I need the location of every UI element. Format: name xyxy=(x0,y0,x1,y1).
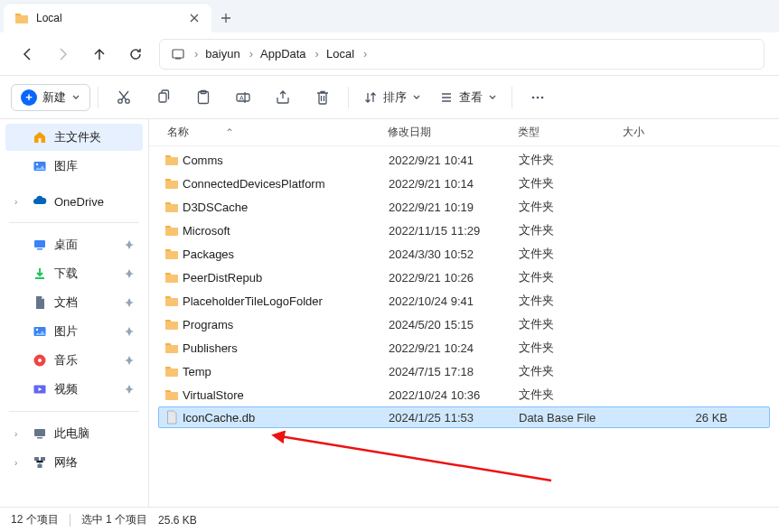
column-headers[interactable]: 名称⌃ 修改日期 类型 大小 xyxy=(149,119,779,146)
file-row[interactable]: Publishers2022/9/21 10:24文件夹 xyxy=(158,336,770,359)
file-name: PeerDistRepub xyxy=(183,271,389,285)
sidebar-item-network[interactable]: › 网络 xyxy=(5,449,143,476)
sidebar-item-desktop[interactable]: 桌面 xyxy=(5,231,143,258)
divider xyxy=(9,222,139,223)
folder-icon xyxy=(164,176,183,191)
col-size[interactable]: 大小 xyxy=(623,125,765,140)
file-row[interactable]: Microsoft2022/11/15 11:29文件夹 xyxy=(158,219,770,242)
breadcrumb-root[interactable]: › xyxy=(167,45,202,63)
chevron-down-icon xyxy=(71,93,80,102)
svg-rect-17 xyxy=(35,277,44,279)
sidebar-label: 图库 xyxy=(54,158,78,174)
pc-icon xyxy=(33,426,47,441)
svg-rect-27 xyxy=(38,464,42,468)
desktop-icon xyxy=(33,238,47,252)
sidebar-item-videos[interactable]: 视频 xyxy=(5,376,143,403)
window-tab[interactable]: Local xyxy=(4,4,211,33)
nav-bar: › baiyun› AppData› Local› xyxy=(0,33,779,76)
col-type[interactable]: 类型 xyxy=(518,125,623,140)
folder-icon xyxy=(164,387,183,402)
sidebar-item-gallery[interactable]: 图库 xyxy=(5,153,143,180)
folder-icon xyxy=(164,223,183,238)
share-button[interactable] xyxy=(265,81,301,114)
pin-icon xyxy=(125,269,134,278)
expand-icon[interactable]: › xyxy=(14,458,25,468)
expand-icon[interactable]: › xyxy=(14,429,25,439)
more-button[interactable] xyxy=(520,81,556,114)
file-row[interactable]: ConnectedDevicesPlatform2022/9/21 10:14文… xyxy=(158,172,770,195)
divider xyxy=(70,514,70,527)
download-icon xyxy=(33,266,47,281)
divider xyxy=(9,411,139,412)
sidebar-item-home[interactable]: 主文件夹 xyxy=(5,124,143,151)
sidebar-item-pictures[interactable]: 图片 xyxy=(5,318,143,345)
file-date: 2024/7/15 17:18 xyxy=(389,365,519,378)
file-icon xyxy=(164,410,183,425)
file-row[interactable]: D3DSCache2022/9/21 10:19文件夹 xyxy=(158,195,770,219)
sidebar-item-thispc[interactable]: › 此电脑 xyxy=(5,420,143,447)
file-name: Packages xyxy=(183,247,389,261)
sidebar-item-music[interactable]: 音乐 xyxy=(5,347,143,374)
picture-icon xyxy=(33,324,47,339)
rename-button[interactable]: A xyxy=(225,81,261,114)
divider xyxy=(512,87,512,108)
col-date[interactable]: 修改日期 xyxy=(388,125,518,140)
folder-icon xyxy=(164,200,183,214)
sidebar-label: 视频 xyxy=(54,381,78,397)
back-button[interactable] xyxy=(14,42,40,67)
new-button[interactable]: + 新建 xyxy=(11,84,90,111)
svg-rect-16 xyxy=(37,248,42,250)
copy-button[interactable] xyxy=(145,81,182,114)
svg-point-14 xyxy=(36,163,38,165)
sidebar-label: 此电脑 xyxy=(54,425,89,442)
breadcrumb-item-2[interactable]: Local› xyxy=(323,45,371,62)
divider xyxy=(348,87,349,108)
status-count: 12 个项目 xyxy=(11,512,59,527)
file-row[interactable]: Packages2024/3/30 10:52文件夹 xyxy=(158,242,770,266)
new-tab-button[interactable] xyxy=(211,4,240,33)
folder-icon xyxy=(14,11,29,25)
breadcrumb-item-1[interactable]: AppData› xyxy=(257,45,323,62)
breadcrumb[interactable]: › baiyun› AppData› Local› xyxy=(159,39,765,70)
file-name: PlaceholderTileLogoFolder xyxy=(183,294,389,308)
expand-icon[interactable]: › xyxy=(14,197,25,207)
file-type: 文件夹 xyxy=(519,293,624,309)
music-icon xyxy=(33,353,47,368)
view-button[interactable]: 查看 xyxy=(432,85,504,110)
title-bar: Local xyxy=(0,0,779,33)
pin-icon xyxy=(125,327,134,336)
file-row[interactable]: Programs2024/5/20 15:15文件夹 xyxy=(158,313,770,336)
file-name: ConnectedDevicesPlatform xyxy=(183,177,389,191)
cut-button[interactable] xyxy=(106,81,142,114)
col-name[interactable]: 名称 xyxy=(167,125,189,140)
chevron-right-icon: › xyxy=(315,47,319,61)
sort-button[interactable]: 排序 xyxy=(356,85,428,110)
file-type: 文件夹 xyxy=(519,175,624,191)
file-row[interactable]: Comms2022/9/21 10:41文件夹 xyxy=(158,148,770,172)
sidebar-item-documents[interactable]: 文档 xyxy=(5,289,143,316)
file-type: 文件夹 xyxy=(519,387,624,403)
delete-button[interactable] xyxy=(305,81,341,114)
file-row[interactable]: PeerDistRepub2022/9/21 10:26文件夹 xyxy=(158,266,770,289)
svg-rect-12 xyxy=(39,138,42,143)
gallery-icon xyxy=(33,159,47,173)
close-icon[interactable] xyxy=(188,12,201,24)
file-row[interactable]: Temp2024/7/15 17:18文件夹 xyxy=(158,359,770,383)
file-name: VirtualStore xyxy=(183,388,389,402)
breadcrumb-item-0[interactable]: baiyun› xyxy=(202,45,257,62)
up-button[interactable] xyxy=(87,42,112,67)
chevron-down-icon xyxy=(412,93,421,102)
sort-asc-icon: ⌃ xyxy=(225,126,234,139)
sidebar-item-downloads[interactable]: 下载 xyxy=(5,260,143,287)
tab-title: Local xyxy=(36,12,181,24)
sidebar-item-onedrive[interactable]: › OneDrive xyxy=(5,189,143,214)
file-row[interactable]: VirtualStore2022/10/24 10:36文件夹 xyxy=(158,383,770,406)
refresh-button[interactable] xyxy=(123,42,148,67)
forward-button[interactable] xyxy=(51,42,76,67)
file-row[interactable]: PlaceholderTileLogoFolder2022/10/24 9:41… xyxy=(158,289,770,313)
file-row[interactable]: IconCache.db2024/1/25 11:53Data Base Fil… xyxy=(158,406,770,428)
paste-button[interactable] xyxy=(185,81,221,114)
file-type: 文件夹 xyxy=(519,363,624,379)
file-date: 2022/9/21 10:26 xyxy=(389,271,519,285)
network-icon xyxy=(33,455,47,470)
